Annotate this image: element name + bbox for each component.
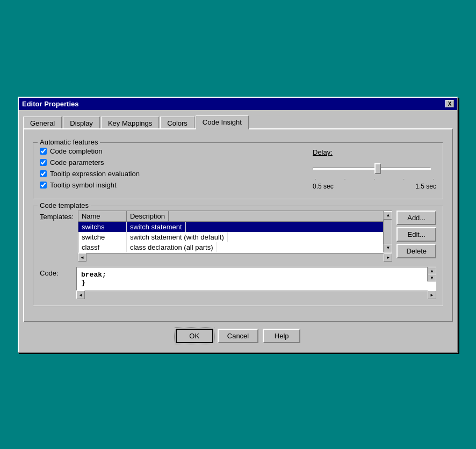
tab-key-mappings[interactable]: Key Mappings	[101, 117, 159, 129]
code-completion-label: Code completion	[50, 147, 103, 155]
scroll-down-button[interactable]: ▼	[384, 244, 392, 252]
tooltip-symbol-label: Tooltip symbol insight	[50, 181, 117, 189]
code-vscrollbar[interactable]: ▲ ▼	[427, 267, 436, 281]
tab-code-insight[interactable]: Code Insight	[196, 115, 249, 129]
list-header: Name Description	[78, 211, 392, 222]
code-completion-checkbox[interactable]	[40, 148, 47, 155]
add-button[interactable]: Add...	[396, 211, 436, 225]
list-hscrollbar[interactable]: ◄ ►	[78, 253, 393, 262]
list-item-name: classf	[78, 242, 127, 252]
list-vscrollbar[interactable]: ▲ ▼	[383, 211, 392, 252]
delay-slider-container	[313, 161, 431, 177]
slider-labels: 0.5 sec 1.5 sec	[313, 183, 436, 190]
list-item[interactable]: switchs switch statement	[78, 222, 392, 232]
code-editor-wrapper: break; } ▲ ▼ ◄	[76, 267, 436, 299]
code-hscroll-track	[85, 291, 428, 299]
code-content: break; }	[77, 267, 436, 290]
code-area: Code: break; } ▲ ▼	[40, 267, 436, 299]
list-item-name: switche	[78, 232, 127, 242]
tab-colors[interactable]: Colors	[160, 117, 194, 129]
ok-button[interactable]: OK	[176, 329, 213, 343]
list-wrapper: Name Description switchs switch statemen…	[78, 211, 393, 262]
help-button[interactable]: Help	[263, 329, 300, 343]
templates-field-label: Templates:	[40, 213, 74, 221]
code-scroll-up[interactable]: ▲	[428, 267, 436, 274]
scroll-track	[384, 220, 392, 244]
hscroll-right-button[interactable]: ►	[384, 253, 392, 262]
list-col-name: Name	[78, 211, 127, 221]
tab-panel-code-insight: Automatic features Code completion Code …	[23, 128, 453, 322]
window-title: Editor Properties	[22, 100, 78, 108]
tab-strip: General Display Key Mappings Colors Code…	[23, 115, 453, 129]
list-col-description: Description	[127, 211, 169, 221]
tooltip-expression-checkbox[interactable]	[40, 170, 47, 177]
checkbox-row-0: Code completion	[40, 147, 313, 155]
tooltip-symbol-checkbox[interactable]	[40, 182, 47, 189]
code-editor[interactable]: break; } ▲ ▼	[76, 267, 436, 291]
edit-button[interactable]: Edit...	[396, 227, 436, 242]
code-hscroll-left[interactable]: ◄	[76, 291, 85, 299]
bottom-buttons: OK Cancel Help	[23, 322, 453, 347]
close-button[interactable]: X	[445, 100, 454, 107]
delay-label: Delay:	[313, 148, 436, 156]
code-templates-label: Code templates	[38, 201, 91, 209]
delay-col: Delay: · · · · · 0.5	[313, 147, 436, 192]
code-field-label: Code:	[40, 269, 72, 277]
code-parameters-label: Code parameters	[50, 158, 104, 166]
list-item-desc: switch statement	[127, 222, 186, 232]
title-bar: Editor Properties X	[19, 98, 457, 110]
code-line-2: }	[81, 279, 431, 287]
checkboxes-col: Code completion Code parameters Tooltip …	[40, 147, 313, 192]
slider-track	[313, 168, 431, 170]
list-item-desc: switch statement (with default)	[127, 232, 228, 242]
templates-area: Templates: Name Description switchs swit…	[40, 211, 436, 262]
code-parameters-checkbox[interactable]	[40, 159, 47, 166]
checkbox-row-2: Tooltip expression evaluation	[40, 170, 313, 178]
tick-dots: · · · · ·	[313, 177, 436, 182]
code-templates-group: Code templates Templates: Name Descripti…	[33, 206, 443, 306]
editor-properties-dialog: Editor Properties X General Display Key …	[18, 97, 458, 353]
tooltip-expression-label: Tooltip expression evaluation	[50, 170, 140, 178]
slider-min-label: 0.5 sec	[313, 183, 334, 190]
tab-general[interactable]: General	[23, 117, 62, 129]
list-item[interactable]: classf class declaration (all parts)	[78, 242, 392, 252]
auto-feat-layout: Code completion Code parameters Tooltip …	[40, 147, 436, 192]
code-line-1: break;	[81, 271, 431, 279]
delete-button[interactable]: Delete	[396, 244, 436, 258]
automatic-features-label: Automatic features	[38, 138, 100, 146]
slider-max-label: 1.5 sec	[415, 183, 436, 190]
list-item-desc: class declaration (all parts)	[127, 242, 217, 252]
list-item-name: switchs	[78, 222, 127, 232]
checkbox-row-1: Code parameters	[40, 158, 313, 166]
slider-thumb[interactable]	[374, 163, 381, 174]
cancel-button[interactable]: Cancel	[218, 329, 258, 343]
scroll-up-button[interactable]: ▲	[384, 211, 392, 220]
hscroll-left-button[interactable]: ◄	[78, 253, 86, 262]
dialog-content: General Display Key Mappings Colors Code…	[19, 110, 457, 352]
automatic-features-group: Automatic features Code completion Code …	[33, 142, 443, 199]
code-scroll-down[interactable]: ▼	[428, 274, 436, 281]
templates-list[interactable]: Name Description switchs switch statemen…	[78, 211, 393, 253]
code-hscrollbar[interactable]: ◄ ►	[76, 291, 436, 299]
checkbox-row-3: Tooltip symbol insight	[40, 181, 313, 189]
list-item[interactable]: switche switch statement (with default)	[78, 232, 392, 242]
templates-side-buttons: Add... Edit... Delete	[396, 211, 436, 258]
hscroll-track	[86, 254, 384, 262]
tab-display[interactable]: Display	[63, 117, 100, 129]
code-hscroll-right[interactable]: ►	[428, 291, 436, 299]
